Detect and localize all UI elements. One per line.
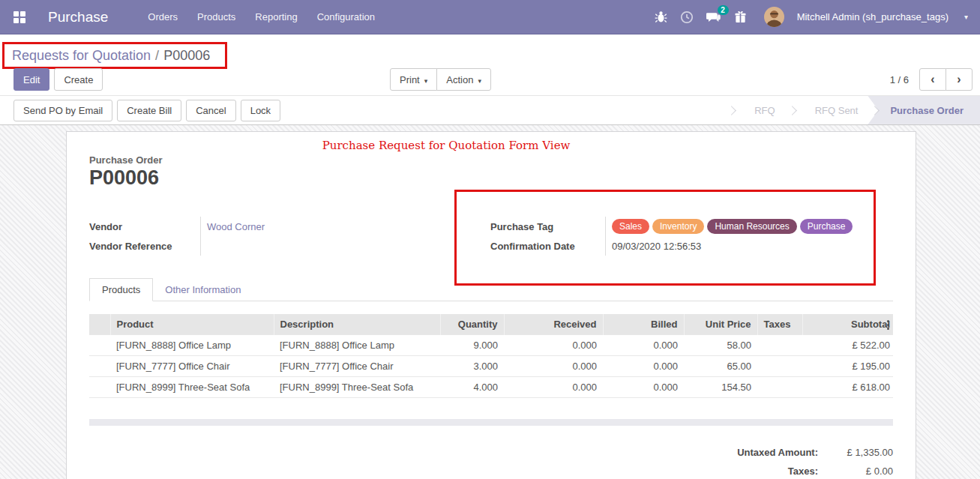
cell-subtotal: £ 618.00 — [802, 377, 893, 398]
action-button[interactable]: Action▾ — [436, 68, 491, 91]
cell-received: 0.000 — [504, 356, 603, 377]
cell-billed: 0.000 — [603, 335, 684, 356]
table-row[interactable]: [FURN_8999] Three-Seat Sofa [FURN_8999] … — [89, 377, 893, 398]
status-step-rfq-sent[interactable]: RFQ Sent — [805, 96, 869, 124]
breadcrumb-highlight-box: Requests for Quotation / P00006 — [2, 42, 227, 69]
breadcrumb-parent-link[interactable]: Requests for Quotation — [12, 48, 151, 64]
statusbar-buttons: Send PO by Email Create Bill Cancel Lock — [13, 100, 280, 121]
top-navbar: Purchase Orders Products Reporting Confi… — [0, 0, 980, 34]
pager: 1 / 6 ‹ › — [890, 68, 973, 91]
vendor-label: Vendor — [89, 221, 122, 232]
cell-quantity: 9.000 — [440, 335, 504, 356]
statusbar: Send PO by Email Create Bill Cancel Lock… — [0, 96, 980, 125]
column-header-description[interactable]: Description — [274, 314, 440, 335]
cell-unit-price: 58.00 — [684, 335, 757, 356]
tag-sales: Sales — [612, 219, 649, 234]
pager-next-button[interactable]: › — [946, 68, 973, 91]
messages-icon[interactable]: 2 — [706, 10, 721, 23]
odoo-window: Purchase Orders Products Reporting Confi… — [0, 0, 980, 479]
print-button-label: Print — [400, 74, 420, 85]
menu-configuration[interactable]: Configuration — [307, 0, 385, 34]
cancel-button[interactable]: Cancel — [186, 100, 235, 121]
caret-down-icon: ▾ — [964, 13, 968, 21]
print-action-group: Print▾ Action▾ — [390, 68, 491, 91]
notebook-tabs: Products Other Information — [89, 278, 893, 301]
cell-description: [FURN_8999] Three-Seat Sofa — [274, 377, 440, 398]
message-count-badge: 2 — [718, 5, 729, 15]
menu-orders[interactable]: Orders — [138, 0, 187, 34]
cell-billed: 0.000 — [603, 356, 684, 377]
create-bill-button[interactable]: Create Bill — [117, 100, 181, 121]
cell-unit-price: 65.00 — [684, 356, 757, 377]
debug-bug-icon[interactable] — [655, 10, 667, 23]
table-row[interactable]: [FURN_8888] Office Lamp [FURN_8888] Offi… — [89, 335, 893, 356]
print-button[interactable]: Print▾ — [390, 68, 437, 91]
cell-quantity: 3.000 — [440, 356, 504, 377]
cell-received: 0.000 — [504, 377, 603, 398]
untaxed-amount-label: Untaxed Amount: — [737, 447, 818, 458]
column-header-subtotal[interactable]: Subtotal — [802, 314, 893, 335]
vendor-value-link[interactable]: Wood Corner — [201, 221, 265, 232]
column-header-received[interactable]: Received — [504, 314, 603, 335]
column-header-unit-price[interactable]: Unit Price — [684, 314, 757, 335]
step-chevron-icon — [727, 106, 736, 115]
pager-value[interactable]: 1 / 6 — [890, 74, 909, 85]
cell-taxes — [757, 356, 802, 377]
cell-received: 0.000 — [504, 335, 603, 356]
breadcrumb-current: P00006 — [163, 48, 210, 64]
tag-inventory: Inventory — [652, 219, 704, 234]
content-background: Purchase Request for Quotation Form View… — [0, 125, 980, 479]
app-name[interactable]: Purchase — [48, 9, 108, 25]
navbar-systray: 2 Mitchell Admin (sh_purchase_tags) ▾ — [655, 7, 968, 27]
apps-menu-icon[interactable] — [13, 11, 25, 23]
order-lines-table: Product Description Quantity Received Bi… — [89, 314, 893, 398]
cell-unit-price: 154.50 — [684, 377, 757, 398]
column-header-billed[interactable]: Billed — [603, 314, 684, 335]
caret-down-icon: ▾ — [424, 77, 428, 85]
vendor-reference-label: Vendor Reference — [89, 241, 172, 252]
activities-clock-icon[interactable] — [680, 10, 694, 24]
cell-product: [FURN_8999] Three-Seat Sofa — [110, 377, 274, 398]
vendor-field-group: Vendor Vendor Reference Wood Corner — [89, 217, 449, 256]
cell-subtotal: £ 195.00 — [802, 356, 893, 377]
status-step-purchase-order[interactable]: Purchase Order — [868, 96, 980, 124]
edit-button[interactable]: Edit — [13, 68, 49, 91]
pager-previous-button[interactable]: ‹ — [919, 68, 946, 91]
user-avatar[interactable] — [764, 7, 784, 27]
purchase-tags: Sales Inventory Human Resources Purchase — [606, 217, 876, 236]
form-view-buttons: Edit Create — [13, 68, 103, 91]
cell-description: [FURN_7777] Office Chair — [274, 356, 440, 377]
tag-purchase: Purchase — [800, 219, 853, 234]
tab-products[interactable]: Products — [89, 278, 153, 301]
order-name: P00006 — [89, 166, 159, 190]
column-header-taxes[interactable]: Taxes — [757, 314, 802, 335]
order-totals: Untaxed Amount: £ 1,335.00 Taxes: £ 0.00 — [89, 443, 893, 479]
lock-button[interactable]: Lock — [241, 100, 280, 121]
column-header-product[interactable]: Product — [110, 314, 274, 335]
breadcrumb-separator: / — [155, 48, 159, 64]
pager-buttons: ‹ › — [919, 68, 973, 91]
handle-column-header — [89, 314, 110, 335]
cell-product: [FURN_8888] Office Lamp — [110, 335, 274, 356]
main-menu: Orders Products Reporting Configuration — [138, 0, 385, 34]
tag-human-resources: Human Resources — [707, 219, 796, 234]
table-row[interactable]: [FURN_7777] Office Chair [FURN_7777] Off… — [89, 356, 893, 377]
confirmation-date-value: 09/03/2020 12:56:53 — [606, 241, 701, 252]
user-menu[interactable]: Mitchell Admin (sh_purchase_tags) — [797, 11, 949, 22]
create-button[interactable]: Create — [54, 68, 103, 91]
cell-description: [FURN_8888] Office Lamp — [274, 335, 440, 356]
optional-columns-toggle-icon[interactable] — [887, 320, 889, 330]
step-chevron-icon — [787, 106, 797, 115]
gift-icon[interactable] — [734, 10, 747, 23]
column-header-quantity[interactable]: Quantity — [440, 314, 504, 335]
tab-other-information[interactable]: Other Information — [153, 278, 253, 301]
menu-reporting[interactable]: Reporting — [245, 0, 307, 34]
order-type-label: Purchase Order — [89, 154, 163, 166]
status-step-rfq[interactable]: RFQ — [744, 96, 785, 124]
annotation-title: Purchase Request for Quotation Form View — [67, 139, 826, 152]
menu-products[interactable]: Products — [187, 0, 245, 34]
cell-subtotal: £ 522.00 — [802, 335, 893, 356]
send-po-by-email-button[interactable]: Send PO by Email — [13, 100, 112, 121]
untaxed-amount-value: £ 1,335.00 — [818, 447, 893, 458]
action-button-label: Action — [446, 74, 473, 85]
